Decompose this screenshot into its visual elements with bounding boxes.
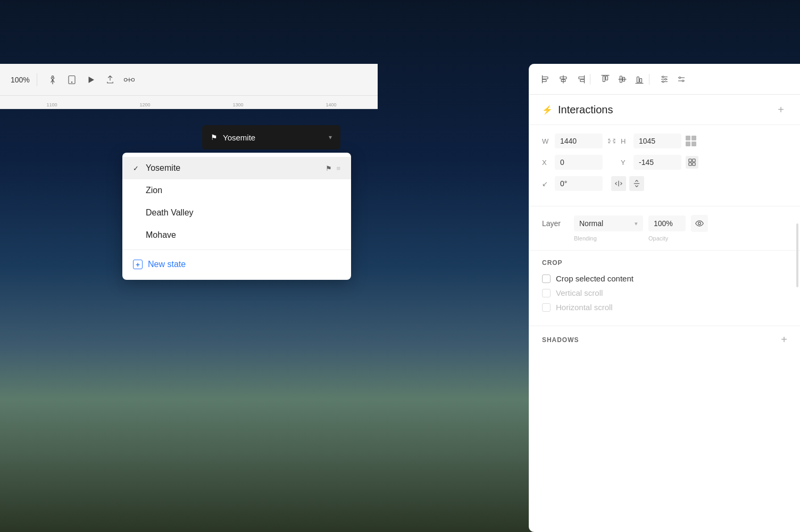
crop-selected-label: Crop selected content [556, 274, 634, 283]
crop-selected-checkbox[interactable] [542, 275, 551, 283]
dropdown-divider [122, 250, 351, 250]
ruler-mark-1100: 1100 [5, 102, 98, 107]
svg-marker-3 [89, 77, 95, 83]
dimension-row: W H [542, 134, 787, 148]
opacity-input[interactable] [648, 215, 686, 231]
flip-horizontal-icon[interactable] [611, 176, 626, 191]
properties-section: W H X Y [529, 125, 800, 206]
svg-rect-15 [580, 79, 585, 81]
ruler-mark-1200: 1200 [98, 102, 191, 107]
svg-rect-9 [543, 79, 547, 81]
align-top-icon[interactable] [600, 74, 611, 85]
blending-sublabel: Blending [574, 235, 643, 242]
interactions-title-row: ⚡ Interactions [542, 104, 613, 116]
interactions-header: ⚡ Interactions + [542, 103, 787, 116]
dropdown-item-yosemite[interactable]: ✓ Yosemite ⚑ ≡ [122, 157, 351, 179]
crop-option-horizontal: Horizontal scroll [542, 303, 787, 312]
layer-sublabels: Blending Opacity [574, 235, 787, 242]
export-icon[interactable] [104, 74, 116, 86]
crop-section: CROP Crop selected content Vertical scro… [529, 251, 800, 326]
zoom-level[interactable]: 100% [5, 73, 37, 86]
svg-rect-8 [543, 77, 548, 79]
checkmark-icon: ✓ [133, 164, 141, 172]
right-panel: ⚡ Interactions + W H [529, 64, 800, 532]
crop-option-main: Crop selected content [542, 274, 787, 283]
accessibility-icon[interactable] [47, 74, 59, 86]
visibility-toggle[interactable] [691, 215, 708, 232]
align-center-v-icon[interactable] [617, 74, 628, 85]
crop-option-vertical: Vertical scroll [542, 288, 787, 297]
svg-point-34 [679, 77, 681, 78]
svg-rect-18 [606, 76, 608, 80]
canvas-ruler: 1100 1200 1300 1400 [0, 96, 378, 109]
blend-mode-select[interactable]: Normal ▾ [574, 215, 643, 231]
adjust-group [655, 74, 691, 85]
svg-point-4 [124, 78, 127, 81]
svg-rect-39 [693, 163, 695, 165]
flip-vertical-icon[interactable] [629, 176, 644, 191]
vertical-scroll-checkbox[interactable] [542, 289, 551, 297]
toolbar-icons [41, 74, 140, 86]
menu-lines-icon: ≡ [336, 164, 340, 172]
shadows-title: SHADOWS [542, 336, 579, 344]
y-input[interactable] [634, 155, 681, 170]
chevron-down-icon: ▾ [329, 134, 332, 141]
state-selector-button[interactable]: ⚑ Yosemite ▾ [202, 125, 340, 149]
align-right-icon[interactable] [575, 74, 586, 85]
resize-icon [607, 137, 616, 145]
layer-label: Layer [542, 219, 569, 228]
svg-point-27 [662, 76, 664, 78]
horizontal-scroll-label: Horizontal scroll [556, 303, 613, 312]
canvas-area: ⚑ Yosemite ▾ ✓ Yosemite ⚑ ≡ Zion Death V… [0, 109, 378, 532]
svg-rect-24 [640, 78, 642, 82]
shadows-header: SHADOWS + [542, 334, 787, 346]
dropdown-item-death-valley[interactable]: Death Valley [122, 202, 351, 224]
dropdown-item-mohave[interactable]: Mohave [122, 224, 351, 246]
dropdown-item-zion[interactable]: Zion [122, 179, 351, 202]
dropdown-label-zion: Zion [146, 186, 340, 195]
w-input[interactable] [555, 134, 603, 148]
svg-point-29 [665, 78, 666, 80]
rotation-input[interactable] [555, 176, 603, 191]
dropdown-label-mohave: Mohave [146, 230, 340, 240]
align-left-icon[interactable] [541, 74, 552, 85]
horizontal-scroll-checkbox[interactable] [542, 303, 551, 312]
align-center-h-icon[interactable] [558, 74, 569, 85]
layer-section: Layer Normal ▾ Blending Opacity [529, 206, 800, 251]
svg-rect-14 [579, 77, 585, 79]
connections-icon[interactable] [123, 74, 135, 86]
interactions-add-button[interactable]: + [774, 103, 787, 116]
new-state-label: New state [148, 260, 186, 269]
ruler-mark-1400: 1400 [285, 102, 378, 107]
adjust-icon[interactable] [659, 74, 670, 85]
interactions-section: ⚡ Interactions + [529, 95, 800, 125]
x-input[interactable] [555, 155, 603, 170]
svg-rect-36 [689, 159, 691, 162]
grid-icon [686, 136, 696, 146]
flag-icon-yosemite: ⚑ [326, 164, 332, 172]
rotation-label: ↙ [542, 180, 551, 188]
panel-toolbar [529, 64, 800, 95]
opacity-sublabel: Opacity [648, 235, 718, 242]
svg-point-2 [71, 81, 72, 82]
shadows-section: SHADOWS + [529, 326, 800, 353]
tablet-icon[interactable] [66, 74, 78, 86]
play-icon[interactable] [85, 74, 97, 86]
dropdown-label-yosemite: Yosemite [146, 163, 319, 173]
scroll-indicator [796, 223, 798, 287]
dropdown-label-death-valley: Death Valley [146, 208, 340, 218]
svg-rect-37 [693, 159, 695, 162]
h-input[interactable] [634, 134, 681, 148]
align-group-2 [596, 74, 649, 85]
sliders-icon[interactable] [676, 74, 687, 85]
state-flag-icon: ⚑ [211, 133, 218, 142]
corner-pivot-icon[interactable] [686, 156, 698, 169]
svg-point-42 [698, 222, 701, 225]
blend-dropdown-arrow: ▾ [635, 220, 638, 227]
shadows-add-button[interactable]: + [781, 334, 787, 346]
new-state-button[interactable]: + New state [122, 253, 351, 276]
new-state-icon: + [133, 260, 143, 269]
interactions-title: Interactions [558, 104, 613, 116]
crop-title: CROP [542, 259, 787, 267]
align-bottom-icon[interactable] [634, 74, 645, 85]
